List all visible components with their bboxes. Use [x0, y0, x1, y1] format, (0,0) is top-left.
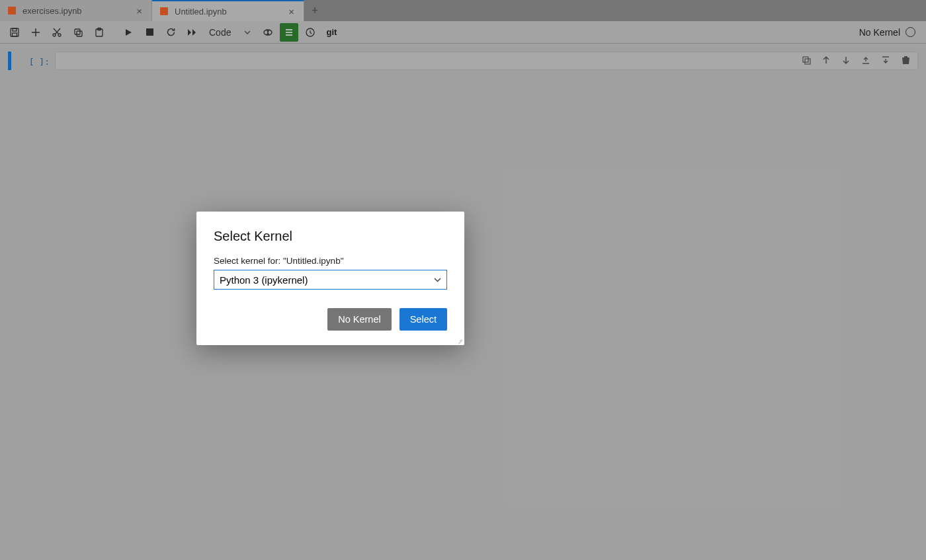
resize-handle[interactable] — [455, 336, 463, 344]
svg-point-7 — [53, 34, 56, 36]
kernel-indicator-icon — [905, 27, 915, 37]
cell-type-dropdown[interactable]: Code — [204, 27, 256, 38]
cell-gutter: [ ]: — [15, 52, 55, 70]
svg-point-8 — [58, 34, 61, 36]
svg-rect-9 — [75, 29, 80, 34]
cell-input[interactable] — [55, 52, 918, 70]
notebook-toolbar: Code git No Kernel — [0, 21, 926, 44]
move-down-button[interactable] — [839, 53, 853, 67]
cell-prompt: [ ]: — [29, 57, 50, 67]
notebook-icon — [159, 6, 169, 17]
duplicate-cell-button[interactable] — [799, 53, 814, 67]
code-cell[interactable]: [ ]: — [8, 52, 918, 70]
tab-untitled[interactable]: Untitled.ipynb × — [152, 0, 304, 21]
insert-above-button[interactable] — [859, 53, 873, 67]
tab-label: exercises.ipynb — [22, 6, 82, 16]
delete-cell-button[interactable] — [898, 53, 913, 67]
svg-rect-6 — [13, 33, 17, 36]
no-kernel-button[interactable]: No Kernel — [327, 308, 391, 331]
formatter-button[interactable] — [280, 23, 298, 42]
select-button[interactable]: Select — [400, 308, 447, 331]
clock-icon[interactable] — [301, 23, 319, 42]
insert-cell-button[interactable] — [26, 23, 45, 42]
restart-button[interactable] — [161, 23, 180, 42]
svg-rect-4 — [11, 28, 19, 36]
tab-exercises[interactable]: exercises.ipynb × — [0, 0, 152, 21]
copy-button[interactable] — [69, 23, 87, 42]
dialog-title: Select Kernel — [214, 229, 447, 244]
move-up-button[interactable] — [819, 53, 833, 67]
close-icon[interactable]: × — [134, 5, 145, 17]
kernel-select[interactable]: Python 3 (ipykernel) — [214, 270, 447, 290]
stop-button[interactable] — [140, 23, 159, 42]
notebook-icon — [7, 5, 17, 16]
select-kernel-dialog: Select Kernel Select kernel for: "Untitl… — [196, 212, 464, 345]
svg-rect-16 — [803, 57, 808, 62]
git-label[interactable]: git — [326, 27, 337, 37]
render-button[interactable] — [259, 23, 277, 42]
cut-button[interactable] — [48, 23, 66, 42]
svg-rect-10 — [77, 31, 82, 36]
run-all-button[interactable] — [183, 23, 201, 42]
chevron-down-icon — [244, 30, 251, 34]
save-button[interactable] — [5, 23, 24, 42]
cell-active-indicator — [8, 52, 11, 70]
svg-rect-13 — [146, 28, 153, 36]
svg-rect-3 — [161, 9, 167, 14]
cell-toolbar — [799, 53, 913, 67]
svg-rect-1 — [9, 8, 15, 13]
kernel-status[interactable]: No Kernel — [859, 27, 921, 38]
tab-label: Untitled.ipynb — [175, 7, 227, 17]
dialog-label: Select kernel for: "Untitled.ipynb" — [214, 256, 447, 266]
kernel-status-label: No Kernel — [859, 27, 900, 38]
close-icon[interactable]: × — [286, 6, 297, 17]
run-button[interactable] — [119, 23, 138, 42]
svg-rect-5 — [13, 28, 17, 31]
new-tab-button[interactable]: + — [304, 0, 325, 21]
tab-bar: exercises.ipynb × Untitled.ipynb × + — [0, 0, 926, 21]
dialog-buttons: No Kernel Select — [214, 308, 447, 331]
paste-button[interactable] — [90, 23, 108, 42]
insert-below-button[interactable] — [878, 53, 893, 67]
kernel-select-value: Python 3 (ipykernel) — [220, 274, 308, 286]
chevron-down-icon — [434, 278, 441, 282]
cell-type-label: Code — [209, 27, 231, 38]
svg-rect-17 — [805, 59, 810, 64]
